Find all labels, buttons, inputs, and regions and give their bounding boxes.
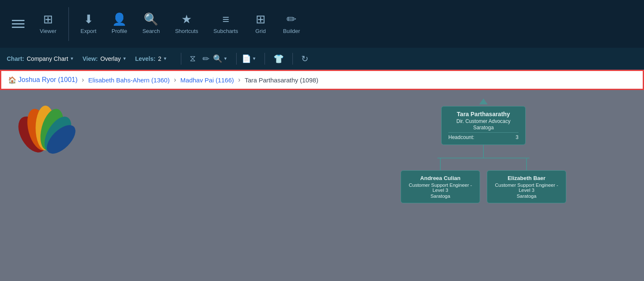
shortcuts-button[interactable]: ★ Shortcuts: [167, 10, 206, 38]
page-dropdown[interactable]: 📄 ▼: [242, 54, 257, 63]
company-logo: [13, 98, 78, 164]
child1-location: Saratoga: [407, 194, 474, 199]
viewer-label: Viewer: [40, 28, 57, 34]
builder-icon: ✏: [287, 14, 296, 25]
breadcrumb-sep-1: ›: [82, 76, 84, 84]
child2-location: Saratoga: [493, 194, 560, 199]
search-button[interactable]: 🔍 Search: [135, 10, 167, 38]
chart-dropdown-arrow: ▼: [70, 56, 74, 61]
chart-area: Tara Parthasarathy Dir. Customer Advocac…: [0, 90, 644, 281]
chart-value: Company Chart: [27, 55, 68, 62]
breadcrumb-link-1[interactable]: Elisabeth Bahs-Ahern (1360): [88, 76, 170, 84]
levels-dropdown-arrow: ▼: [163, 56, 167, 61]
breadcrumb-sep-2: ›: [174, 76, 176, 84]
toolbar2-sep-1: [181, 53, 181, 65]
connector-child1: [440, 158, 441, 170]
child2-node[interactable]: Elizabeth Baer Customer Support Engineer…: [487, 170, 566, 203]
grid-icon: ⊞: [256, 14, 265, 25]
search-label: Search: [142, 28, 160, 34]
breadcrumb-home-label[interactable]: Joshua Ryor (1001): [18, 76, 78, 84]
levels-value: 2: [158, 55, 161, 62]
profile-icon: 👤: [112, 14, 127, 25]
page-icon: 📄: [242, 54, 251, 63]
print-icon[interactable]: 👕: [270, 52, 287, 65]
root-node[interactable]: Tara Parthasarathy Dir. Customer Advocac…: [441, 106, 526, 145]
breadcrumb-sep-3: ›: [238, 76, 240, 84]
profile-button[interactable]: 👤 Profile: [104, 10, 135, 38]
breadcrumb-current: Tara Parthasarathy (1098): [245, 76, 318, 84]
subcharts-icon: ≡: [222, 14, 229, 25]
up-arrow[interactable]: [479, 98, 488, 104]
profile-label: Profile: [112, 28, 127, 34]
headcount-label: Headcount:: [448, 134, 474, 140]
root-node-name: Tara Parthasarathy: [448, 111, 518, 117]
subcharts-label: Subcharts: [213, 28, 238, 34]
view-dropdown-arrow: ▼: [123, 56, 127, 61]
menu-bar-2: [12, 23, 25, 25]
child1-node[interactable]: Andreea Culian Customer Support Engineer…: [401, 170, 480, 203]
children-row: Andreea Culian Customer Support Engineer…: [401, 158, 566, 203]
builder-label: Builder: [283, 28, 300, 34]
toolbar2-sep-4: [292, 53, 293, 65]
menu-bar-3: [12, 27, 25, 28]
breadcrumb-link-2[interactable]: Madhav Pai (1166): [180, 76, 234, 84]
home-icon: 🏠: [8, 76, 16, 84]
root-node-headcount: Headcount: 3: [448, 132, 518, 140]
lotus-svg: [13, 98, 78, 164]
zoom-in-icon: 🔍: [213, 54, 222, 63]
filter-icon[interactable]: ⧖: [186, 52, 199, 65]
child1-col: Andreea Culian Customer Support Engineer…: [401, 158, 480, 203]
levels-dropdown[interactable]: ▼: [163, 56, 167, 61]
org-chart: Tara Parthasarathy Dir. Customer Advocac…: [397, 98, 570, 203]
menu-bar-1: [12, 20, 25, 21]
root-node-location: Saratoga: [448, 125, 518, 131]
connector-vertical-1: [483, 145, 484, 158]
chart-label: Chart:: [7, 55, 24, 62]
export-button[interactable]: ⬇ Export: [73, 10, 104, 38]
levels-label: Levels:: [135, 55, 156, 62]
shortcuts-label: Shortcuts: [175, 28, 198, 34]
connector-child2: [526, 158, 527, 170]
breadcrumb-bar: 🏠 Joshua Ryor (1001) › Elisabeth Bahs-Ah…: [0, 70, 644, 90]
export-label: Export: [81, 28, 97, 34]
headcount-value: 3: [516, 134, 518, 140]
chart-dropdown[interactable]: ▼: [70, 56, 74, 61]
refresh-icon[interactable]: ↻: [298, 52, 312, 65]
child2-col: Elizabeth Baer Customer Support Engineer…: [487, 158, 566, 203]
grid-button[interactable]: ⊞ Grid: [246, 10, 276, 38]
shortcuts-icon: ★: [181, 14, 192, 25]
grid-label: Grid: [255, 28, 266, 34]
child1-name: Andreea Culian: [407, 175, 474, 181]
toolbar2-sep-3: [265, 53, 265, 65]
viewer-button[interactable]: ⊞ Viewer: [32, 10, 64, 38]
child1-title: Customer Support Engineer - Level 3: [407, 183, 474, 193]
child2-title: Customer Support Engineer - Level 3: [493, 183, 560, 193]
main-toolbar: ⊞ Viewer ⬇ Export 👤 Profile 🔍 Search ★ S…: [0, 0, 644, 48]
search-icon: 🔍: [144, 14, 158, 25]
zoom-dropdown[interactable]: 🔍 ▼: [213, 54, 228, 63]
toolbar2-sep-2: [236, 53, 237, 65]
view-dropdown[interactable]: ▼: [123, 56, 127, 61]
root-node-title: Dir. Customer Advocacy: [448, 118, 518, 124]
view-value: Overlay: [101, 55, 121, 62]
pencil-icon[interactable]: ✏: [199, 52, 213, 65]
view-label: View:: [82, 55, 98, 62]
subcharts-button[interactable]: ≡ Subcharts: [206, 10, 246, 38]
viewer-icon: ⊞: [43, 14, 53, 25]
breadcrumb-home[interactable]: 🏠 Joshua Ryor (1001): [8, 76, 78, 84]
builder-button[interactable]: ✏ Builder: [276, 10, 308, 38]
child2-name: Elizabeth Baer: [493, 175, 560, 181]
chart-toolbar: Chart: Company Chart ▼ View: Overlay ▼ L…: [0, 48, 644, 70]
menu-button[interactable]: [4, 16, 32, 31]
export-icon: ⬇: [84, 14, 93, 25]
toolbar-divider-1: [68, 7, 69, 41]
